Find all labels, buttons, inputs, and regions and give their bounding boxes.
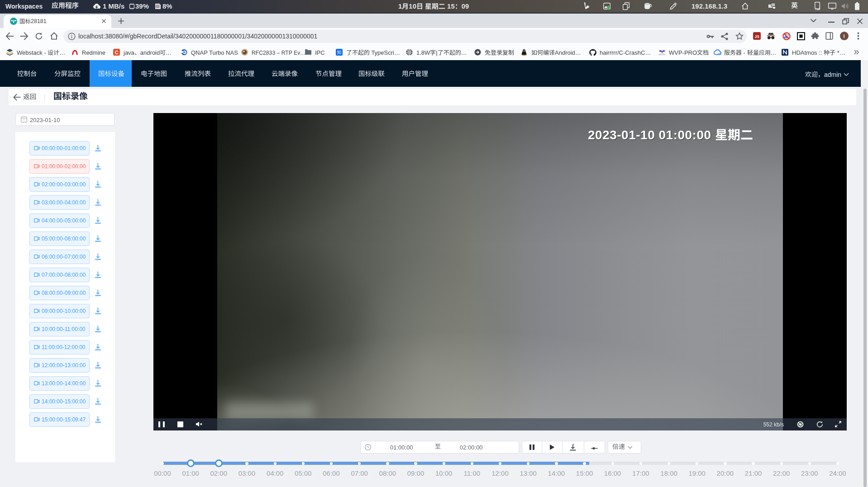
svg-text:C: C bbox=[115, 50, 119, 55]
svg-text:WVP-PRO: WVP-PRO bbox=[658, 54, 666, 56]
